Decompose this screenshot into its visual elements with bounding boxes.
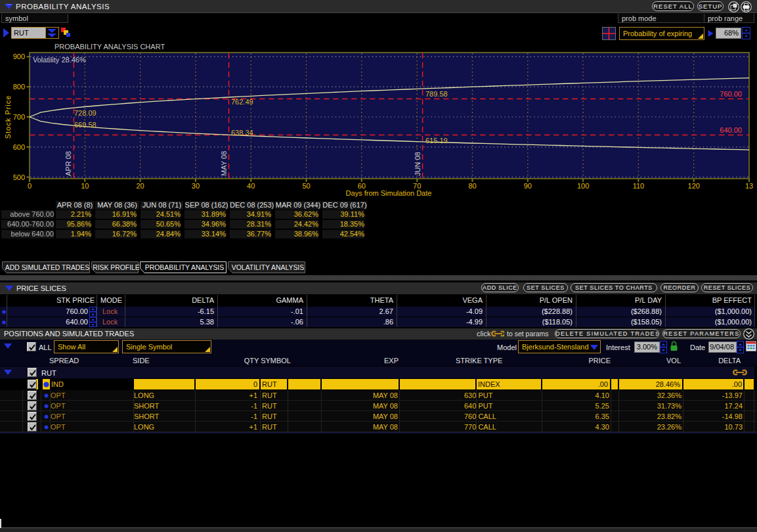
svg-text:800: 800 <box>13 83 25 91</box>
svg-text:789.58: 789.58 <box>425 90 448 98</box>
svg-text:10: 10 <box>81 182 89 190</box>
svg-text:100: 100 <box>577 182 589 190</box>
svg-text:120: 120 <box>688 182 700 190</box>
svg-text:JUN 08: JUN 08 <box>414 152 422 176</box>
svg-text:900: 900 <box>13 53 25 60</box>
svg-text:80: 80 <box>468 182 476 190</box>
svg-text:615.19: 615.19 <box>425 137 448 144</box>
svg-text:Volatility 28.46%: Volatility 28.46% <box>33 56 86 64</box>
svg-text:30: 30 <box>192 182 200 190</box>
svg-text:762.49: 762.49 <box>231 98 253 106</box>
svg-text:90: 90 <box>524 182 532 190</box>
svg-text:Stock Price: Stock Price <box>4 95 12 139</box>
svg-text:VOLATILITY ANALYSIS: VOLATILITY ANALYSIS <box>232 264 304 271</box>
svg-text:669.58: 669.58 <box>74 121 97 129</box>
svg-text:RISK PROFILE: RISK PROFILE <box>93 264 140 271</box>
svg-text:640.00: 640.00 <box>720 126 742 134</box>
svg-text:20: 20 <box>136 182 144 190</box>
svg-text:0: 0 <box>28 182 32 190</box>
svg-text:PROBABILITY ANALYSIS: PROBABILITY ANALYSIS <box>145 264 224 271</box>
svg-text:40: 40 <box>247 182 255 190</box>
svg-text:50: 50 <box>302 182 310 190</box>
svg-text:110: 110 <box>633 182 645 190</box>
svg-text:APR 08: APR 08 <box>64 151 72 176</box>
svg-text:ADD SIMULATED TRADES: ADD SIMULATED TRADES <box>5 264 89 271</box>
svg-text:500: 500 <box>13 173 25 181</box>
svg-text:760.00: 760.00 <box>720 90 742 98</box>
svg-text:638.34: 638.34 <box>231 129 253 137</box>
svg-text:600: 600 <box>13 143 25 151</box>
svg-text:13: 13 <box>745 182 753 190</box>
svg-text:700: 700 <box>13 113 25 121</box>
svg-text:MAY 08: MAY 08 <box>220 151 228 176</box>
svg-text:728.09: 728.09 <box>74 109 97 117</box>
svg-text:Days from Simulation Date: Days from Simulation Date <box>346 189 432 197</box>
